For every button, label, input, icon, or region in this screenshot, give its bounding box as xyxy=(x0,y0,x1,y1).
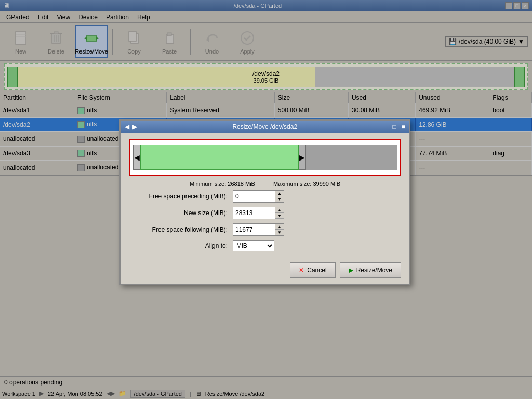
free-space-preceding-down[interactable]: ▼ xyxy=(275,196,284,202)
free-space-following-spinner: ▲ ▼ xyxy=(275,224,284,235)
dialog-icon-right: ▶ xyxy=(132,123,137,130)
new-size-down[interactable]: ▼ xyxy=(275,213,284,219)
free-space-preceding-input[interactable] xyxy=(233,191,275,202)
dialog-titlebar: ◀ ▶ Resize/Move /dev/sda2 □ ■ xyxy=(121,121,409,133)
min-size-label: Minimum size: 26818 MiB xyxy=(190,181,255,187)
cancel-button[interactable]: ✕ Cancel xyxy=(290,262,335,278)
free-space-segment xyxy=(306,145,397,170)
dialog-close-icon[interactable]: □ xyxy=(393,123,396,130)
resize-visual: ◀ ▶ xyxy=(129,139,401,176)
cancel-label: Cancel xyxy=(307,267,326,274)
align-to-row: Align to: MiB None Cylinder xyxy=(129,240,401,251)
dialog-icon-left: ◀ xyxy=(125,123,129,130)
free-space-following-label: Free space following (MiB): xyxy=(129,226,233,233)
dialog-buttons: ✕ Cancel ▶ Resize/Move xyxy=(129,258,401,278)
right-handle[interactable]: ▶ xyxy=(299,145,306,170)
free-space-following-down[interactable]: ▼ xyxy=(275,230,284,235)
size-info: Minimum size: 26818 MiB Maximum size: 39… xyxy=(129,181,401,187)
new-size-label: New size (MiB): xyxy=(129,209,233,217)
new-size-input[interactable] xyxy=(233,207,275,219)
align-to-select[interactable]: MiB None Cylinder xyxy=(233,240,274,251)
dialog-close-btn[interactable]: ■ xyxy=(402,123,405,130)
new-size-up[interactable]: ▲ xyxy=(275,207,284,213)
dialog-title: Resize/Move /dev/sda2 xyxy=(140,123,390,130)
free-space-preceding-up[interactable]: ▲ xyxy=(275,191,284,196)
new-size-row: New size (MiB): ▲ ▼ xyxy=(129,207,401,219)
free-space-following-input[interactable] xyxy=(233,224,275,235)
cancel-icon: ✕ xyxy=(299,267,304,274)
free-space-following-up[interactable]: ▲ xyxy=(275,224,284,230)
new-size-spinner: ▲ ▼ xyxy=(275,207,284,219)
free-space-following-row: Free space following (MiB): ▲ ▼ xyxy=(129,223,401,236)
free-space-preceding-spinner: ▲ ▼ xyxy=(275,191,284,202)
free-space-following-input-wrap: ▲ ▼ xyxy=(233,223,284,236)
left-handle[interactable]: ◀ xyxy=(133,145,140,170)
free-space-preceding-row: Free space preceding (MiB): ▲ ▼ xyxy=(129,190,401,203)
modal-overlay: ◀ ▶ Resize/Move /dev/sda2 □ ■ ◀ ▶ Minimu… xyxy=(0,0,532,399)
resize-move-dialog: ◀ ▶ Resize/Move /dev/sda2 □ ■ ◀ ▶ Minimu… xyxy=(119,119,410,285)
align-to-label: Align to: xyxy=(129,242,233,249)
resize-move-confirm-button[interactable]: ▶ Resize/Move xyxy=(340,262,401,278)
resize-bar: ◀ ▶ xyxy=(133,145,397,170)
dialog-body: ◀ ▶ Minimum size: 26818 MiB Maximum size… xyxy=(121,133,409,284)
free-space-preceding-input-wrap: ▲ ▼ xyxy=(233,190,284,203)
resize-move-icon: ▶ xyxy=(349,267,353,274)
free-space-preceding-label: Free space preceding (MiB): xyxy=(129,193,233,200)
partition-segment xyxy=(140,145,299,170)
resize-move-confirm-label: Resize/Move xyxy=(356,267,392,274)
new-size-input-wrap: ▲ ▼ xyxy=(233,207,284,219)
max-size-label: Maximum size: 39990 MiB xyxy=(273,181,340,187)
